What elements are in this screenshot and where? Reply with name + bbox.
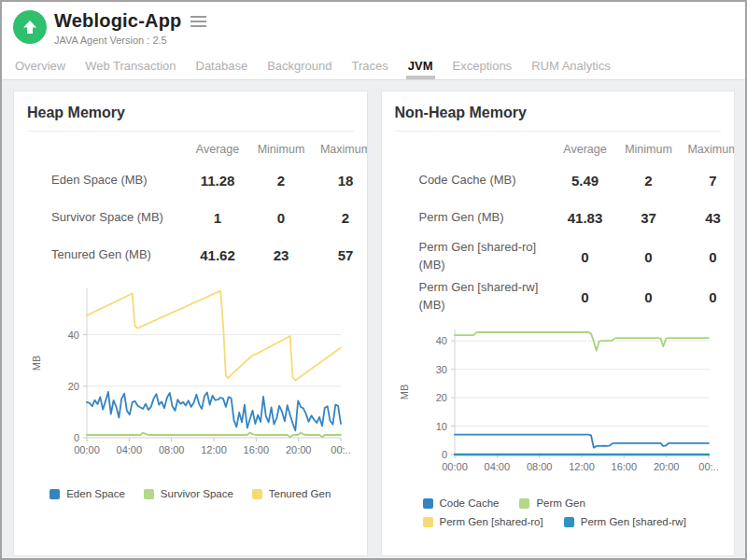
svg-text:16:00: 16:00 <box>611 461 637 472</box>
legend-item[interactable]: Perm Gen [shared-rw] <box>564 516 686 527</box>
legend-swatch <box>423 498 433 509</box>
cell-value: 43 <box>681 210 736 226</box>
table-row: Eden Space (MB) 11.28 2 18 <box>27 161 368 199</box>
column-header-maximum: Maximum <box>313 143 368 156</box>
tab-traces[interactable]: Traces <box>350 55 390 79</box>
cell-value: 11.28 <box>186 173 249 189</box>
svg-text:40: 40 <box>68 329 79 341</box>
svg-text:08:00: 08:00 <box>159 444 185 455</box>
cell-value: 0 <box>617 289 681 305</box>
non-heap-memory-chart[interactable]: 01020304000:0004:0008:0012:0016:0020:000… <box>395 322 722 477</box>
cell-value: 0 <box>249 210 313 226</box>
legend-item[interactable]: Eden Space <box>49 488 125 499</box>
svg-text:12:00: 12:00 <box>201 444 227 455</box>
svg-text:08:00: 08:00 <box>526 461 552 472</box>
cell-value: 41.83 <box>554 210 617 226</box>
cell-value: 41.62 <box>186 247 249 263</box>
cell-value: 0 <box>554 289 617 305</box>
content-area: Heap Memory Average Minimum Maximum Eden… <box>2 80 745 558</box>
heap-memory-panel: Heap Memory Average Minimum Maximum Eden… <box>13 91 368 556</box>
non-heap-memory-table: Average Minimum Maximum Code Cache (MB) … <box>395 137 736 316</box>
legend-swatch <box>423 517 433 527</box>
cell-value: 0 <box>617 249 681 265</box>
tab-rum-analytics[interactable]: RUM Analytics <box>529 55 613 79</box>
svg-text:00:00: 00:00 <box>442 461 468 472</box>
cell-value: 5.49 <box>554 173 617 189</box>
legend-item[interactable]: Code Cache <box>423 497 500 509</box>
cell-value: 1 <box>186 210 249 226</box>
svg-text:0: 0 <box>441 449 446 460</box>
divider <box>395 131 722 132</box>
svg-text:04:00: 04:00 <box>484 461 510 472</box>
svg-text:04:00: 04:00 <box>117 444 143 455</box>
svg-text:00:..: 00:.. <box>331 444 350 455</box>
table-row: Perm Gen [shared-ro] (MB) 0 0 0 <box>395 236 736 277</box>
menu-icon[interactable] <box>189 14 208 29</box>
row-label: Perm Gen [shared-rw] (MB) <box>395 279 554 315</box>
column-header-minimum: Minimum <box>617 143 681 156</box>
column-header-maximum: Maximum <box>681 143 736 156</box>
agent-version-label: JAVA Agent Version : 2.5 <box>54 35 208 46</box>
legend-label: Perm Gen [shared-ro] <box>440 516 543 527</box>
legend-swatch <box>564 517 574 527</box>
column-header-average: Average <box>554 143 617 156</box>
svg-text:40: 40 <box>435 335 446 346</box>
row-label: Eden Space (MB) <box>27 172 186 189</box>
column-header-minimum: Minimum <box>249 143 313 156</box>
svg-text:12:00: 12:00 <box>569 461 595 472</box>
non-heap-chart-legend: Code Cache Perm Gen Perm Gen [shared-ro] <box>423 497 722 527</box>
cell-value: 7 <box>681 173 736 189</box>
heap-memory-chart[interactable]: 0204000:0004:0008:0012:0016:0020:0000:..… <box>27 279 354 460</box>
cell-value: 37 <box>617 210 681 226</box>
svg-text:20:00: 20:00 <box>653 461 679 472</box>
legend-item[interactable]: Tenured Gen <box>252 488 331 499</box>
tab-overview[interactable]: Overview <box>13 55 67 79</box>
legend-item[interactable]: Perm Gen <box>519 497 585 509</box>
svg-text:10: 10 <box>435 421 446 432</box>
legend-label: Tenured Gen <box>269 488 331 499</box>
app-header: Weblogic-App JAVA Agent Version : 2.5 <box>2 2 745 49</box>
table-row: Survivor Space (MB) 1 0 2 <box>27 199 368 236</box>
row-label: Perm Gen [shared-ro] (MB) <box>395 239 554 274</box>
svg-text:20: 20 <box>435 392 446 403</box>
divider <box>27 131 354 132</box>
legend-swatch <box>144 489 154 499</box>
panel-title: Non-Heap Memory <box>395 105 722 121</box>
legend-label: Survivor Space <box>161 488 233 499</box>
cell-value: 2 <box>249 173 313 189</box>
column-header-average: Average <box>186 143 249 156</box>
cell-value: 0 <box>681 249 736 265</box>
tab-database[interactable]: Database <box>194 55 250 79</box>
row-label: Tenured Gen (MB) <box>27 246 186 264</box>
tab-web-transaction[interactable]: Web Transaction <box>83 55 177 79</box>
table-row: Perm Gen [shared-rw] (MB) 0 0 0 <box>395 277 736 316</box>
cell-value: 0 <box>681 289 736 305</box>
table-row: Code Cache (MB) 5.49 2 7 <box>395 161 736 199</box>
page-title: Weblogic-App <box>54 10 181 32</box>
legend-label: Code Cache <box>440 497 500 509</box>
panel-title: Heap Memory <box>27 105 354 121</box>
cell-value: 2 <box>313 210 368 226</box>
legend-swatch <box>49 489 60 499</box>
svg-text:20:00: 20:00 <box>286 444 312 455</box>
legend-item[interactable]: Perm Gen [shared-ro] <box>423 516 543 527</box>
legend-label: Eden Space <box>66 488 125 499</box>
app-status-icon <box>13 10 47 44</box>
tab-background[interactable]: Background <box>265 55 333 79</box>
tab-exceptions[interactable]: Exceptions <box>451 55 514 79</box>
row-label: Perm Gen (MB) <box>395 209 554 227</box>
row-label: Code Cache (MB) <box>395 172 554 189</box>
table-header-row: Average Minimum Maximum <box>395 137 736 161</box>
app-window: Weblogic-App JAVA Agent Version : 2.5 Ov… <box>0 0 747 560</box>
cell-value: 18 <box>313 173 368 189</box>
legend-swatch <box>252 489 262 499</box>
legend-label: Perm Gen <box>536 497 585 509</box>
table-row: Perm Gen (MB) 41.83 37 43 <box>395 199 736 236</box>
cell-value: 57 <box>313 247 368 263</box>
svg-text:MB: MB <box>399 385 410 400</box>
heap-chart-legend: Eden Space Survivor Space Tenured Gen <box>27 488 354 499</box>
legend-item[interactable]: Survivor Space <box>144 488 233 499</box>
cell-value: 2 <box>617 173 681 189</box>
tab-jvm[interactable]: JVM <box>406 55 435 79</box>
row-label: Survivor Space (MB) <box>27 209 186 227</box>
